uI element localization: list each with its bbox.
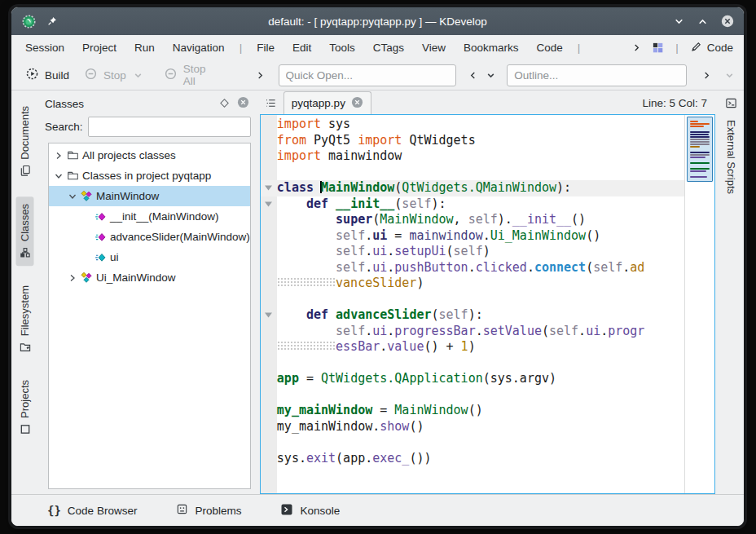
expander-collapsed-icon[interactable] — [52, 152, 65, 160]
menu-edit[interactable]: Edit — [284, 38, 320, 57]
fold-marker-icon[interactable] — [261, 180, 277, 196]
window-title: default: - [ pyqtapp:pyqtapp.py ] — KDev… — [11, 15, 744, 28]
menubar: SessionProjectRunNavigation | FileEditTo… — [11, 35, 744, 60]
code-line-20[interactable]: my_mainWindow.show() — [261, 419, 684, 435]
code-editor[interactable]: import sysfrom PyQt5 import QtWidgetsimp… — [261, 115, 684, 493]
expander-collapsed-icon[interactable] — [66, 274, 79, 282]
search-label: Search: — [45, 121, 83, 133]
code-line-9[interactable]: self.ui.setupUi(self) — [261, 244, 684, 260]
code-line-text: def __init__(self): — [277, 196, 446, 213]
tree-item-all-projects-classes[interactable]: All projects classes — [49, 145, 250, 165]
sidebar-tab-classes[interactable]: Classes — [16, 196, 34, 266]
statusbar-button-konsole[interactable]: Konsole — [280, 503, 340, 519]
menu-bookmarks[interactable]: Bookmarks — [455, 38, 528, 57]
statusbar-button-problems[interactable]: Problems — [176, 503, 241, 518]
code-line-4[interactable] — [261, 165, 684, 181]
tree-item-ui[interactable]: ui — [49, 247, 250, 267]
minimize-button[interactable] — [674, 16, 684, 27]
expander-expanded-icon[interactable] — [52, 172, 65, 180]
left-toolview-strip: DocumentsClassesFilesystemProjects — [11, 90, 38, 494]
code-line-18[interactable] — [261, 387, 684, 404]
sidebar-tab-filesystem[interactable]: Filesystem — [16, 278, 34, 360]
tree-item-advanceslider-mainwindow-[interactable]: advanceSlider(MainWindow) — [49, 227, 250, 247]
terminal-icon[interactable] — [725, 97, 737, 113]
fold-marker-icon[interactable] — [261, 307, 277, 324]
code-line-10[interactable]: self.ui.pushButton.clicked.connect(self.… — [261, 260, 684, 276]
menu-code[interactable]: Code — [528, 38, 572, 57]
prev-chevron-icon[interactable] — [464, 70, 481, 81]
gutter-cell — [261, 292, 277, 308]
wrap-indent-marker — [277, 277, 336, 288]
code-line-12[interactable] — [261, 292, 684, 308]
code-line-5[interactable]: class MainWindow(QtWidgets.QMainWindow): — [261, 180, 684, 196]
maximize-button[interactable] — [697, 16, 708, 27]
menu-session[interactable]: Session — [16, 38, 73, 57]
close-button[interactable] — [721, 15, 734, 28]
tab-close-icon[interactable] — [351, 96, 363, 111]
outline-history-caret-icon[interactable] — [485, 69, 497, 82]
minimap-viewport[interactable] — [687, 117, 713, 182]
menu-run[interactable]: Run — [125, 38, 164, 57]
menu-view[interactable]: View — [413, 38, 455, 57]
gutter-cell — [261, 165, 277, 181]
code-line-22[interactable]: sys.exit(app.exec_()) — [261, 451, 684, 467]
menu-project[interactable]: Project — [73, 38, 125, 57]
code-line-3[interactable]: import mainwindow — [261, 148, 684, 165]
close-toolview-icon[interactable] — [237, 96, 249, 112]
statusbar: {}Code BrowserProblemsKonsole — [11, 494, 744, 526]
statusbar-button-label: Code Browser — [68, 505, 138, 517]
code-line-text: from PyQt5 import QtWidgets — [277, 133, 476, 149]
outline-input[interactable] — [507, 64, 687, 86]
sidebar-tab-projects[interactable]: Projects — [16, 373, 34, 443]
detach-toolview-icon[interactable] — [220, 96, 229, 111]
sidebar-tab-external-scripts[interactable]: External Scripts — [723, 118, 739, 196]
build-button[interactable]: Build — [20, 63, 75, 87]
code-line-19[interactable]: my_mainWindow = MainWindow() — [261, 403, 684, 419]
tree-item-label: advanceSlider(MainWindow) — [110, 231, 250, 243]
tree-item-ui-mainwindow[interactable]: Ui_MainWindow — [49, 267, 250, 288]
code-line-16[interactable] — [261, 355, 684, 372]
pin-icon[interactable] — [46, 15, 58, 27]
expander-expanded-icon[interactable] — [66, 192, 79, 201]
code-line-2[interactable]: from PyQt5 import QtWidgets — [261, 133, 684, 149]
next-chevron-icon[interactable] — [698, 70, 715, 81]
gutter-cell — [261, 260, 277, 276]
sidebar-tab-documents[interactable]: Documents — [16, 99, 34, 184]
perspective-grid-icon[interactable] — [646, 39, 670, 56]
code-line-14[interactable]: self.ui.progressBar.setValue(self.ui.pro… — [261, 324, 684, 340]
code-line-7[interactable]: super(MainWindow, self).__init__() — [261, 212, 684, 228]
code-line-6[interactable]: def __init__(self): — [261, 196, 684, 213]
code-line-text: self.ui.progressBar.setValue(self.ui.pro… — [277, 324, 645, 340]
toolbar-overflow-chevron-icon[interactable] — [252, 70, 269, 81]
code-line-8[interactable]: self.ui = mainwindow.Ui_MainWindow() — [261, 228, 684, 245]
minimap[interactable] — [684, 115, 714, 493]
code-line-text: self.ui.setupUi(self) — [277, 244, 490, 260]
menu-navigation[interactable]: Navigation — [164, 38, 234, 57]
code-line-11[interactable]: vanceSlider) — [261, 276, 684, 292]
tree-item-classes-in-project-pyqtapp[interactable]: Classes in project pyqtapp — [49, 165, 250, 186]
pencil-icon — [690, 41, 702, 55]
menu-tools[interactable]: Tools — [320, 38, 364, 57]
statusbar-button-label: Konsole — [300, 505, 340, 517]
code-line-17[interactable]: app = QtWidgets.QApplication(sys.argv) — [261, 371, 684, 387]
menu-file[interactable]: File — [248, 38, 284, 57]
documents-list-icon[interactable] — [260, 97, 284, 114]
menu-ctags[interactable]: CTags — [364, 38, 413, 57]
quick-open-input[interactable] — [279, 64, 457, 86]
fold-marker-icon[interactable] — [261, 196, 277, 213]
statusbar-button-code-browser[interactable]: {}Code Browser — [47, 504, 137, 517]
code-line-13[interactable]: def advanceSlider(self): — [261, 307, 684, 324]
tree-item-mainwindow[interactable]: MainWindow — [49, 186, 250, 206]
tab-pyqtapp[interactable]: pyqtapp.py — [284, 91, 371, 114]
tree-item--init-mainwindow-[interactable]: __init__(MainWindow) — [49, 206, 250, 227]
code-line-text: app = QtWidgets.QApplication(sys.argv) — [277, 371, 556, 387]
code-line-21[interactable] — [261, 435, 684, 451]
classes-search-input[interactable] — [88, 117, 251, 137]
classes-panel-header: Classes — [45, 94, 254, 113]
code-mode-button[interactable]: Code — [684, 38, 739, 58]
code-line-15[interactable]: essBar.value() + 1) — [261, 339, 684, 355]
menu-overflow-chevron-icon[interactable] — [627, 40, 646, 55]
code-line-1[interactable]: import sys — [261, 117, 684, 133]
classes-panel-title: Classes — [45, 98, 84, 110]
sidebar-tab-label: Classes — [19, 204, 31, 241]
